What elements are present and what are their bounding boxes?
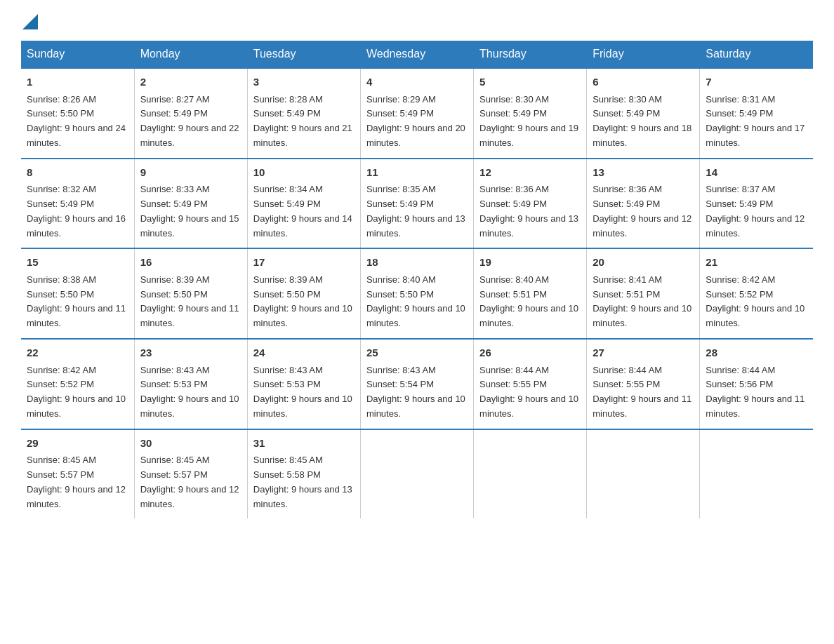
col-tuesday: Tuesday bbox=[247, 41, 360, 68]
calendar-cell: 3 Sunrise: 8:28 AMSunset: 5:49 PMDayligh… bbox=[247, 68, 360, 159]
sunrise-info: Sunrise: 8:36 AMSunset: 5:49 PMDaylight:… bbox=[479, 184, 578, 238]
calendar-table: Sunday Monday Tuesday Wednesday Thursday… bbox=[21, 41, 813, 518]
calendar-cell: 24 Sunrise: 8:43 AMSunset: 5:53 PMDaylig… bbox=[247, 339, 360, 429]
calendar-cell: 23 Sunrise: 8:43 AMSunset: 5:53 PMDaylig… bbox=[134, 339, 247, 429]
weekday-header-row: Sunday Monday Tuesday Wednesday Thursday… bbox=[21, 41, 813, 68]
day-number: 12 bbox=[479, 165, 581, 181]
sunrise-info: Sunrise: 8:31 AMSunset: 5:49 PMDaylight:… bbox=[706, 94, 805, 148]
day-number: 24 bbox=[253, 345, 355, 361]
sunrise-info: Sunrise: 8:42 AMSunset: 5:52 PMDaylight:… bbox=[706, 274, 805, 328]
calendar-week-row: 22 Sunrise: 8:42 AMSunset: 5:52 PMDaylig… bbox=[21, 339, 813, 429]
sunrise-info: Sunrise: 8:45 AMSunset: 5:58 PMDaylight:… bbox=[253, 455, 352, 509]
day-number: 28 bbox=[706, 345, 807, 361]
logo bbox=[21, 14, 38, 27]
calendar-week-row: 29 Sunrise: 8:45 AMSunset: 5:57 PMDaylig… bbox=[21, 429, 813, 519]
header bbox=[21, 14, 813, 27]
day-number: 18 bbox=[366, 255, 468, 271]
day-number: 27 bbox=[593, 345, 694, 361]
calendar-cell: 28 Sunrise: 8:44 AMSunset: 5:56 PMDaylig… bbox=[700, 339, 813, 429]
calendar-cell bbox=[700, 429, 813, 519]
calendar-cell: 10 Sunrise: 8:34 AMSunset: 5:49 PMDaylig… bbox=[247, 159, 360, 249]
day-number: 4 bbox=[366, 74, 468, 90]
sunrise-info: Sunrise: 8:43 AMSunset: 5:53 PMDaylight:… bbox=[140, 365, 239, 419]
col-thursday: Thursday bbox=[474, 41, 587, 68]
calendar-cell: 31 Sunrise: 8:45 AMSunset: 5:58 PMDaylig… bbox=[247, 429, 360, 519]
col-sunday: Sunday bbox=[21, 41, 134, 68]
logo-content bbox=[21, 14, 38, 27]
calendar-cell bbox=[360, 429, 473, 519]
calendar-cell: 13 Sunrise: 8:36 AMSunset: 5:49 PMDaylig… bbox=[587, 159, 700, 249]
sunrise-info: Sunrise: 8:39 AMSunset: 5:50 PMDaylight:… bbox=[140, 274, 239, 328]
logo-triangle-icon bbox=[22, 14, 38, 29]
calendar-cell: 6 Sunrise: 8:30 AMSunset: 5:49 PMDayligh… bbox=[587, 68, 700, 159]
calendar-cell: 14 Sunrise: 8:37 AMSunset: 5:49 PMDaylig… bbox=[700, 159, 813, 249]
day-number: 5 bbox=[479, 74, 581, 90]
day-number: 20 bbox=[593, 255, 694, 271]
sunrise-info: Sunrise: 8:26 AMSunset: 5:50 PMDaylight:… bbox=[27, 94, 126, 148]
col-friday: Friday bbox=[587, 41, 700, 68]
sunrise-info: Sunrise: 8:38 AMSunset: 5:50 PMDaylight:… bbox=[27, 274, 126, 328]
calendar-cell: 25 Sunrise: 8:43 AMSunset: 5:54 PMDaylig… bbox=[360, 339, 473, 429]
sunrise-info: Sunrise: 8:44 AMSunset: 5:55 PMDaylight:… bbox=[479, 365, 578, 419]
calendar-cell: 21 Sunrise: 8:42 AMSunset: 5:52 PMDaylig… bbox=[700, 248, 813, 339]
calendar-cell: 30 Sunrise: 8:45 AMSunset: 5:57 PMDaylig… bbox=[134, 429, 247, 519]
sunrise-info: Sunrise: 8:32 AMSunset: 5:49 PMDaylight:… bbox=[27, 184, 126, 238]
sunrise-info: Sunrise: 8:29 AMSunset: 5:49 PMDaylight:… bbox=[366, 94, 465, 148]
calendar-cell bbox=[587, 429, 700, 519]
col-wednesday: Wednesday bbox=[360, 41, 473, 68]
calendar-cell: 17 Sunrise: 8:39 AMSunset: 5:50 PMDaylig… bbox=[247, 248, 360, 339]
sunrise-info: Sunrise: 8:28 AMSunset: 5:49 PMDaylight:… bbox=[253, 94, 352, 148]
sunrise-info: Sunrise: 8:34 AMSunset: 5:49 PMDaylight:… bbox=[253, 184, 352, 238]
sunrise-info: Sunrise: 8:44 AMSunset: 5:56 PMDaylight:… bbox=[706, 365, 805, 419]
day-number: 21 bbox=[706, 255, 807, 271]
calendar-cell: 2 Sunrise: 8:27 AMSunset: 5:49 PMDayligh… bbox=[134, 68, 247, 159]
calendar-cell: 15 Sunrise: 8:38 AMSunset: 5:50 PMDaylig… bbox=[21, 248, 134, 339]
day-number: 17 bbox=[253, 255, 355, 271]
calendar-cell: 27 Sunrise: 8:44 AMSunset: 5:55 PMDaylig… bbox=[587, 339, 700, 429]
col-saturday: Saturday bbox=[700, 41, 813, 68]
day-number: 6 bbox=[593, 74, 694, 90]
day-number: 30 bbox=[140, 436, 241, 452]
sunrise-info: Sunrise: 8:45 AMSunset: 5:57 PMDaylight:… bbox=[140, 455, 239, 509]
day-number: 31 bbox=[253, 436, 355, 452]
calendar-cell: 8 Sunrise: 8:32 AMSunset: 5:49 PMDayligh… bbox=[21, 159, 134, 249]
day-number: 2 bbox=[140, 74, 241, 90]
day-number: 10 bbox=[253, 165, 355, 181]
calendar-cell: 4 Sunrise: 8:29 AMSunset: 5:49 PMDayligh… bbox=[360, 68, 473, 159]
day-number: 15 bbox=[27, 255, 128, 271]
day-number: 29 bbox=[27, 436, 128, 452]
sunrise-info: Sunrise: 8:33 AMSunset: 5:49 PMDaylight:… bbox=[140, 184, 239, 238]
sunrise-info: Sunrise: 8:40 AMSunset: 5:50 PMDaylight:… bbox=[366, 274, 465, 328]
day-number: 16 bbox=[140, 255, 241, 271]
calendar-cell: 7 Sunrise: 8:31 AMSunset: 5:49 PMDayligh… bbox=[700, 68, 813, 159]
calendar-cell: 16 Sunrise: 8:39 AMSunset: 5:50 PMDaylig… bbox=[134, 248, 247, 339]
sunrise-info: Sunrise: 8:30 AMSunset: 5:49 PMDaylight:… bbox=[479, 94, 578, 148]
calendar-cell: 19 Sunrise: 8:40 AMSunset: 5:51 PMDaylig… bbox=[474, 248, 587, 339]
sunrise-info: Sunrise: 8:43 AMSunset: 5:53 PMDaylight:… bbox=[253, 365, 352, 419]
sunrise-info: Sunrise: 8:27 AMSunset: 5:49 PMDaylight:… bbox=[140, 94, 239, 148]
sunrise-info: Sunrise: 8:43 AMSunset: 5:54 PMDaylight:… bbox=[366, 365, 465, 419]
day-number: 3 bbox=[253, 74, 355, 90]
sunrise-info: Sunrise: 8:35 AMSunset: 5:49 PMDaylight:… bbox=[366, 184, 465, 238]
calendar-cell: 29 Sunrise: 8:45 AMSunset: 5:57 PMDaylig… bbox=[21, 429, 134, 519]
day-number: 22 bbox=[27, 345, 128, 361]
calendar-cell: 12 Sunrise: 8:36 AMSunset: 5:49 PMDaylig… bbox=[474, 159, 587, 249]
day-number: 26 bbox=[479, 345, 581, 361]
svg-marker-0 bbox=[22, 14, 38, 29]
calendar-cell: 1 Sunrise: 8:26 AMSunset: 5:50 PMDayligh… bbox=[21, 68, 134, 159]
day-number: 13 bbox=[593, 165, 694, 181]
calendar-cell: 9 Sunrise: 8:33 AMSunset: 5:49 PMDayligh… bbox=[134, 159, 247, 249]
day-number: 11 bbox=[366, 165, 468, 181]
sunrise-info: Sunrise: 8:39 AMSunset: 5:50 PMDaylight:… bbox=[253, 274, 352, 328]
sunrise-info: Sunrise: 8:40 AMSunset: 5:51 PMDaylight:… bbox=[479, 274, 578, 328]
sunrise-info: Sunrise: 8:41 AMSunset: 5:51 PMDaylight:… bbox=[593, 274, 691, 328]
sunrise-info: Sunrise: 8:42 AMSunset: 5:52 PMDaylight:… bbox=[27, 365, 126, 419]
sunrise-info: Sunrise: 8:45 AMSunset: 5:57 PMDaylight:… bbox=[27, 455, 126, 509]
page: Sunday Monday Tuesday Wednesday Thursday… bbox=[0, 0, 834, 539]
calendar-cell: 20 Sunrise: 8:41 AMSunset: 5:51 PMDaylig… bbox=[587, 248, 700, 339]
calendar-cell: 18 Sunrise: 8:40 AMSunset: 5:50 PMDaylig… bbox=[360, 248, 473, 339]
calendar-cell bbox=[474, 429, 587, 519]
calendar-week-row: 8 Sunrise: 8:32 AMSunset: 5:49 PMDayligh… bbox=[21, 159, 813, 249]
day-number: 14 bbox=[706, 165, 807, 181]
sunrise-info: Sunrise: 8:36 AMSunset: 5:49 PMDaylight:… bbox=[593, 184, 691, 238]
